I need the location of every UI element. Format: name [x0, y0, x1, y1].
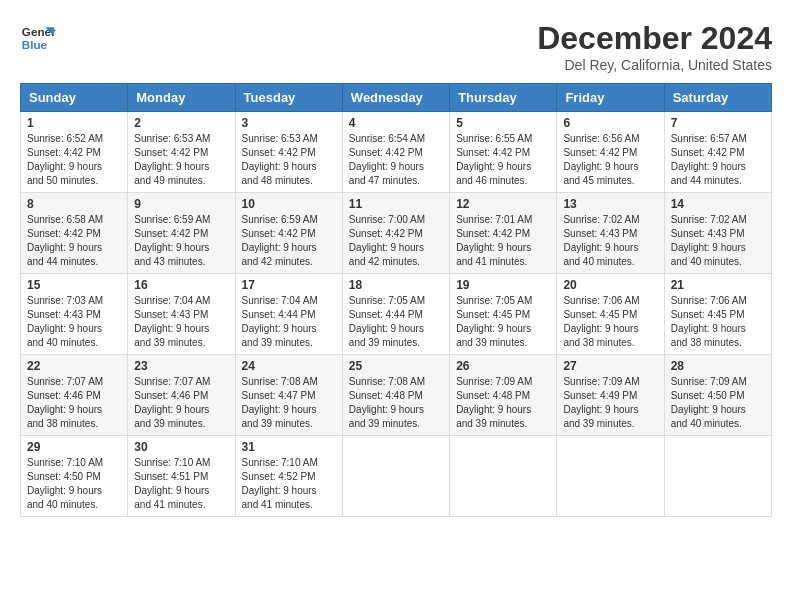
calendar-cell: 11 Sunrise: 7:00 AM Sunset: 4:42 PM Dayl… [342, 193, 449, 274]
day-info: Sunrise: 7:09 AM Sunset: 4:50 PM Dayligh… [671, 375, 765, 431]
day-number: 24 [242, 359, 336, 373]
day-info: Sunrise: 7:07 AM Sunset: 4:46 PM Dayligh… [134, 375, 228, 431]
day-info: Sunrise: 7:05 AM Sunset: 4:45 PM Dayligh… [456, 294, 550, 350]
header: General Blue December 2024 Del Rey, Cali… [20, 20, 772, 73]
day-info: Sunrise: 6:53 AM Sunset: 4:42 PM Dayligh… [134, 132, 228, 188]
day-number: 28 [671, 359, 765, 373]
day-number: 22 [27, 359, 121, 373]
day-info: Sunrise: 7:01 AM Sunset: 4:42 PM Dayligh… [456, 213, 550, 269]
day-number: 7 [671, 116, 765, 130]
svg-text:Blue: Blue [22, 38, 48, 51]
calendar-cell: 12 Sunrise: 7:01 AM Sunset: 4:42 PM Dayl… [450, 193, 557, 274]
day-number: 20 [563, 278, 657, 292]
day-number: 30 [134, 440, 228, 454]
weekday-header-sunday: Sunday [21, 84, 128, 112]
day-info: Sunrise: 7:07 AM Sunset: 4:46 PM Dayligh… [27, 375, 121, 431]
calendar-cell: 2 Sunrise: 6:53 AM Sunset: 4:42 PM Dayli… [128, 112, 235, 193]
calendar-cell: 10 Sunrise: 6:59 AM Sunset: 4:42 PM Dayl… [235, 193, 342, 274]
calendar-cell: 16 Sunrise: 7:04 AM Sunset: 4:43 PM Dayl… [128, 274, 235, 355]
weekday-header-friday: Friday [557, 84, 664, 112]
calendar-cell: 22 Sunrise: 7:07 AM Sunset: 4:46 PM Dayl… [21, 355, 128, 436]
day-info: Sunrise: 7:09 AM Sunset: 4:49 PM Dayligh… [563, 375, 657, 431]
day-info: Sunrise: 6:54 AM Sunset: 4:42 PM Dayligh… [349, 132, 443, 188]
day-info: Sunrise: 7:08 AM Sunset: 4:47 PM Dayligh… [242, 375, 336, 431]
day-number: 3 [242, 116, 336, 130]
day-number: 14 [671, 197, 765, 211]
calendar-cell: 5 Sunrise: 6:55 AM Sunset: 4:42 PM Dayli… [450, 112, 557, 193]
day-info: Sunrise: 6:59 AM Sunset: 4:42 PM Dayligh… [134, 213, 228, 269]
calendar-cell: 20 Sunrise: 7:06 AM Sunset: 4:45 PM Dayl… [557, 274, 664, 355]
day-info: Sunrise: 7:05 AM Sunset: 4:44 PM Dayligh… [349, 294, 443, 350]
calendar-cell: 4 Sunrise: 6:54 AM Sunset: 4:42 PM Dayli… [342, 112, 449, 193]
day-number: 4 [349, 116, 443, 130]
calendar-cell: 14 Sunrise: 7:02 AM Sunset: 4:43 PM Dayl… [664, 193, 771, 274]
calendar-cell: 31 Sunrise: 7:10 AM Sunset: 4:52 PM Dayl… [235, 436, 342, 517]
calendar-cell: 19 Sunrise: 7:05 AM Sunset: 4:45 PM Dayl… [450, 274, 557, 355]
logo-icon: General Blue [20, 20, 56, 56]
calendar-cell: 9 Sunrise: 6:59 AM Sunset: 4:42 PM Dayli… [128, 193, 235, 274]
day-info: Sunrise: 7:03 AM Sunset: 4:43 PM Dayligh… [27, 294, 121, 350]
calendar-cell: 17 Sunrise: 7:04 AM Sunset: 4:44 PM Dayl… [235, 274, 342, 355]
calendar-cell: 26 Sunrise: 7:09 AM Sunset: 4:48 PM Dayl… [450, 355, 557, 436]
logo: General Blue [20, 20, 56, 56]
day-info: Sunrise: 7:00 AM Sunset: 4:42 PM Dayligh… [349, 213, 443, 269]
day-number: 10 [242, 197, 336, 211]
calendar-cell: 27 Sunrise: 7:09 AM Sunset: 4:49 PM Dayl… [557, 355, 664, 436]
day-number: 19 [456, 278, 550, 292]
calendar-cell: 3 Sunrise: 6:53 AM Sunset: 4:42 PM Dayli… [235, 112, 342, 193]
weekday-header-thursday: Thursday [450, 84, 557, 112]
calendar-cell: 15 Sunrise: 7:03 AM Sunset: 4:43 PM Dayl… [21, 274, 128, 355]
calendar-cell [450, 436, 557, 517]
day-number: 27 [563, 359, 657, 373]
calendar: SundayMondayTuesdayWednesdayThursdayFrid… [20, 83, 772, 517]
subtitle: Del Rey, California, United States [537, 57, 772, 73]
day-info: Sunrise: 7:06 AM Sunset: 4:45 PM Dayligh… [671, 294, 765, 350]
day-info: Sunrise: 6:52 AM Sunset: 4:42 PM Dayligh… [27, 132, 121, 188]
day-number: 1 [27, 116, 121, 130]
day-info: Sunrise: 6:56 AM Sunset: 4:42 PM Dayligh… [563, 132, 657, 188]
day-info: Sunrise: 6:55 AM Sunset: 4:42 PM Dayligh… [456, 132, 550, 188]
calendar-cell: 7 Sunrise: 6:57 AM Sunset: 4:42 PM Dayli… [664, 112, 771, 193]
weekday-header-tuesday: Tuesday [235, 84, 342, 112]
weekday-header-wednesday: Wednesday [342, 84, 449, 112]
calendar-cell: 1 Sunrise: 6:52 AM Sunset: 4:42 PM Dayli… [21, 112, 128, 193]
day-number: 29 [27, 440, 121, 454]
calendar-cell: 13 Sunrise: 7:02 AM Sunset: 4:43 PM Dayl… [557, 193, 664, 274]
main-title: December 2024 [537, 20, 772, 57]
calendar-cell: 30 Sunrise: 7:10 AM Sunset: 4:51 PM Dayl… [128, 436, 235, 517]
day-number: 9 [134, 197, 228, 211]
calendar-cell: 23 Sunrise: 7:07 AM Sunset: 4:46 PM Dayl… [128, 355, 235, 436]
day-info: Sunrise: 7:04 AM Sunset: 4:44 PM Dayligh… [242, 294, 336, 350]
calendar-cell: 25 Sunrise: 7:08 AM Sunset: 4:48 PM Dayl… [342, 355, 449, 436]
weekday-header-saturday: Saturday [664, 84, 771, 112]
day-info: Sunrise: 7:04 AM Sunset: 4:43 PM Dayligh… [134, 294, 228, 350]
day-number: 15 [27, 278, 121, 292]
day-info: Sunrise: 7:02 AM Sunset: 4:43 PM Dayligh… [671, 213, 765, 269]
day-number: 12 [456, 197, 550, 211]
day-number: 25 [349, 359, 443, 373]
day-info: Sunrise: 6:58 AM Sunset: 4:42 PM Dayligh… [27, 213, 121, 269]
day-number: 16 [134, 278, 228, 292]
day-info: Sunrise: 6:53 AM Sunset: 4:42 PM Dayligh… [242, 132, 336, 188]
calendar-cell: 28 Sunrise: 7:09 AM Sunset: 4:50 PM Dayl… [664, 355, 771, 436]
day-number: 18 [349, 278, 443, 292]
day-number: 31 [242, 440, 336, 454]
day-number: 6 [563, 116, 657, 130]
weekday-header-monday: Monday [128, 84, 235, 112]
day-number: 26 [456, 359, 550, 373]
day-info: Sunrise: 6:57 AM Sunset: 4:42 PM Dayligh… [671, 132, 765, 188]
calendar-cell [557, 436, 664, 517]
calendar-cell [342, 436, 449, 517]
calendar-cell: 24 Sunrise: 7:08 AM Sunset: 4:47 PM Dayl… [235, 355, 342, 436]
day-number: 11 [349, 197, 443, 211]
day-info: Sunrise: 7:08 AM Sunset: 4:48 PM Dayligh… [349, 375, 443, 431]
day-number: 5 [456, 116, 550, 130]
day-info: Sunrise: 7:02 AM Sunset: 4:43 PM Dayligh… [563, 213, 657, 269]
day-info: Sunrise: 7:10 AM Sunset: 4:52 PM Dayligh… [242, 456, 336, 512]
day-number: 2 [134, 116, 228, 130]
title-area: December 2024 Del Rey, California, Unite… [537, 20, 772, 73]
calendar-cell: 18 Sunrise: 7:05 AM Sunset: 4:44 PM Dayl… [342, 274, 449, 355]
calendar-cell: 21 Sunrise: 7:06 AM Sunset: 4:45 PM Dayl… [664, 274, 771, 355]
day-info: Sunrise: 7:06 AM Sunset: 4:45 PM Dayligh… [563, 294, 657, 350]
day-info: Sunrise: 7:10 AM Sunset: 4:50 PM Dayligh… [27, 456, 121, 512]
